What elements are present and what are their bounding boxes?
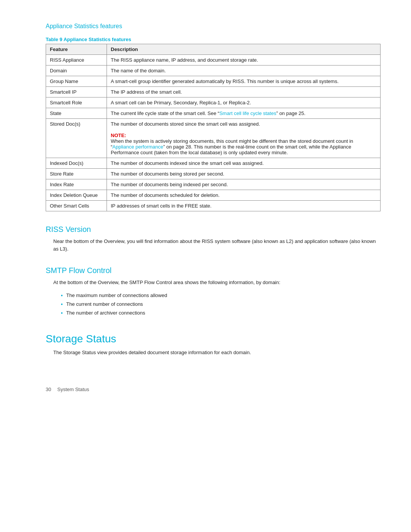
table-row: RISS Appliance The RISS appliance name, … (46, 55, 381, 66)
appliance-statistics-heading: Appliance Statistics features (46, 23, 381, 30)
smart-cell-link[interactable]: Smart cell life cycle states (219, 110, 276, 116)
feature-cell: Store Rate (46, 169, 107, 179)
table-header-row: Feature Description (46, 44, 381, 55)
list-item: The current number of connections (61, 300, 381, 308)
table-row: Index Deletion Queue The number of docum… (46, 190, 381, 201)
riss-version-heading: RISS Version (46, 225, 381, 234)
table-row: Indexed Doc(s) The number of documents i… (46, 158, 381, 169)
feature-cell: Group Name (46, 76, 107, 87)
col-header-feature: Feature (46, 44, 107, 55)
table-row: Smartcell IP The IP address of the smart… (46, 87, 381, 97)
appliance-statistics-section: Appliance Statistics features Table 9 Ap… (46, 23, 381, 211)
feature-cell: Domain (46, 66, 107, 76)
feature-cell: Stored Doc(s) (46, 119, 107, 158)
description-cell: The IP address of the smart cell. (107, 87, 381, 97)
table-row: Smartcell Role A smart cell can be Prima… (46, 97, 381, 108)
list-item: The number of archiver connections (61, 308, 381, 317)
storage-status-body: The Storage Status view provides detaile… (46, 349, 381, 356)
description-cell: The current life cycle state of the smar… (107, 108, 381, 119)
description-cell: The name of the domain. (107, 66, 381, 76)
feature-cell: Index Rate (46, 179, 107, 190)
riss-version-section: RISS Version Near the bottom of the Over… (46, 225, 381, 252)
description-cell: A smart-cell group identifier generated … (107, 76, 381, 87)
feature-cell: Other Smart Cells (46, 201, 107, 211)
table-row: Group Name A smart-cell group identifier… (46, 76, 381, 87)
note-label: NOTE: (111, 133, 126, 138)
feature-cell: Smartcell IP (46, 87, 107, 97)
smtp-flow-control-body: At the bottom of the Overview, the SMTP … (46, 279, 381, 286)
feature-cell: Index Deletion Queue (46, 190, 107, 201)
table-row: Domain The name of the domain. (46, 66, 381, 76)
description-cell: The number of documents stored since the… (107, 119, 381, 158)
storage-status-heading: Storage Status (46, 333, 381, 345)
feature-cell: State (46, 108, 107, 119)
table-caption: Table 9 Appliance Statistics features (46, 34, 381, 44)
description-cell: IP addresses of smart cells in the FREE … (107, 201, 381, 211)
page-footer: 30 System Status (46, 387, 381, 392)
description-cell: The RISS appliance name, IP address, and… (107, 55, 381, 66)
table-row: Store Rate The number of documents being… (46, 169, 381, 179)
col-header-description: Description (107, 44, 381, 55)
feature-cell: Smartcell Role (46, 97, 107, 108)
smtp-bullet-list: The maximum number of connections allowe… (46, 291, 381, 318)
page-label: System Status (57, 387, 89, 392)
description-cell: The number of documents being stored per… (107, 169, 381, 179)
features-table: Feature Description RISS Appliance The R… (46, 44, 381, 211)
description-cell: The number of documents scheduled for de… (107, 190, 381, 201)
table-row: State The current life cycle state of th… (46, 108, 381, 119)
smtp-flow-control-section: SMTP Flow Control At the bottom of the O… (46, 266, 381, 318)
description-cell: A smart cell can be Primary, Secondary, … (107, 97, 381, 108)
riss-version-body: Near the bottom of the Overview, you wil… (46, 238, 381, 252)
description-cell: The number of documents being indexed pe… (107, 179, 381, 190)
list-item: The maximum number of connections allowe… (61, 291, 381, 300)
smtp-flow-control-heading: SMTP Flow Control (46, 266, 381, 275)
storage-status-section: Storage Status The Storage Status view p… (46, 333, 381, 356)
table-row: Stored Doc(s) The number of documents st… (46, 119, 381, 158)
feature-cell: RISS Appliance (46, 55, 107, 66)
description-cell: The number of documents indexed since th… (107, 158, 381, 169)
table-row: Index Rate The number of documents being… (46, 179, 381, 190)
page-number: 30 (46, 387, 51, 392)
feature-cell: Indexed Doc(s) (46, 158, 107, 169)
table-row: Other Smart Cells IP addresses of smart … (46, 201, 381, 211)
appliance-performance-link[interactable]: Appliance performance (112, 144, 163, 150)
